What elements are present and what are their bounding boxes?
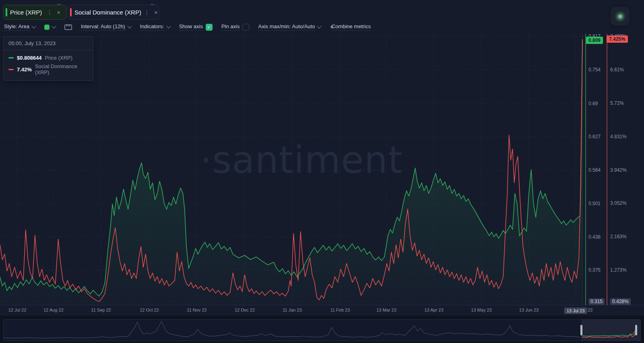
y-axis-tick: 3.942%: [610, 167, 627, 173]
ruler-icon: [64, 24, 72, 30]
indicators-dropdown[interactable]: Indicators:: [140, 23, 170, 31]
x-axis-tick: 13 Mar 23: [376, 308, 396, 312]
style-dropdown-label: Style: Area: [4, 23, 29, 31]
combine-metrics-button[interactable]: + Combine metrics: [330, 23, 371, 31]
scale-settings-button[interactable]: [64, 24, 72, 30]
combine-metrics-label: Combine metrics: [332, 23, 371, 31]
tooltip-value: $0.808644: [17, 55, 41, 61]
dominance-current-value-badge: 7.425%: [607, 35, 628, 43]
legend-dash-icon: [8, 57, 14, 58]
chart-tooltip: 05:00, July 13, 2023 $0.808644Price (XRP…: [3, 36, 93, 81]
tooltip-legend-row: 7.42%Social Dominance (XRP): [8, 62, 88, 77]
y-axis-tick: 0.564: [588, 167, 601, 173]
y-axis-tick: 1.273%: [610, 267, 627, 273]
tooltip-timestamp: 05:00, July 13, 2023: [4, 37, 93, 50]
x-axis-tick: 11 Jan 23: [283, 308, 302, 312]
indicators-dropdown-label: Indicators:: [140, 23, 164, 31]
pin-axis-label: Pin axis: [221, 23, 240, 31]
y-axis-tick: 0.428%: [610, 298, 631, 305]
y-axis-tick: 3.052%: [610, 200, 627, 206]
navigator-right-handle[interactable]: [635, 325, 637, 335]
y-axis-tick: 0.69: [588, 101, 598, 106]
tab-social-dominance-xrp[interactable]: Social Dominance (XRP) ⋮ ×: [68, 5, 159, 20]
x-axis-tick: 11 Nov 22: [187, 308, 206, 312]
navigator-history-line: [4, 321, 580, 338]
show-axis-label: Show axis: [179, 23, 203, 31]
y-axis-tick: 2.163%: [610, 234, 627, 239]
series-color-swatch: [44, 25, 50, 30]
tab-accent-bar: [70, 8, 72, 17]
x-axis-tick: 13 Apr 23: [424, 308, 443, 312]
metric-tabs-bar: × × Price (XRP) ⋮ × Social Dominance (XR…: [0, 0, 644, 22]
x-axis-tick: 11 Sep 22: [91, 308, 111, 312]
navigator-preview-chart: [4, 320, 640, 341]
price-current-value-badge: 0.809: [586, 37, 603, 44]
kebab-menu-icon[interactable]: ⋮: [44, 9, 55, 16]
tooltip-metric-label: Price (XRP): [45, 55, 72, 61]
color-swatch-dropdown[interactable]: [44, 25, 56, 30]
close-icon[interactable]: ×: [153, 9, 159, 16]
close-icon[interactable]: ×: [55, 9, 62, 16]
y-axis-tick: 0.315: [588, 298, 605, 305]
y-axis-tick: 0.375: [588, 267, 601, 273]
tooltip-value: 7.42%: [17, 67, 32, 73]
x-axis-tick-overflow: 23: [588, 308, 592, 312]
y-axis-tick: 0.438: [588, 234, 601, 240]
pin-axis-toggle[interactable]: Pin axis: [221, 23, 250, 31]
tab-label: Social Dominance (XRP): [74, 9, 141, 16]
chevron-down-icon: [317, 24, 322, 28]
y-axis-tick: 0.627: [588, 134, 601, 139]
x-axis-tick: 12 Dec 22: [235, 308, 255, 312]
x-axis-tick: 12 Oct 22: [140, 308, 159, 312]
chart-toolbar: Style: Area Interval: Auto (12h) Indicat…: [4, 22, 371, 32]
y-axis-tick: 0.501: [588, 201, 601, 206]
chevron-down-icon: [52, 24, 56, 28]
tab-accent-bar: [6, 8, 7, 17]
x-axis-tick: 13 Jun 23: [519, 308, 539, 312]
kebab-menu-icon[interactable]: ⋮: [141, 9, 153, 16]
x-axis-tick: 13 May 23: [471, 308, 491, 312]
santiment-chart-app: ·santiment × × Price (XRP) ⋮ × Social Do…: [0, 0, 644, 343]
x-axis-tick: 11 Feb 23: [330, 308, 350, 312]
navigator-selection: [582, 320, 640, 341]
x-axis-tick: 13 Jul 23: [564, 308, 587, 314]
interval-dropdown-label: Interval: Auto (12h): [81, 23, 125, 31]
tab-price-xrp[interactable]: Price (XRP) ⋮ ×: [3, 5, 66, 20]
y-axis-tick: 0.754: [588, 67, 601, 73]
timeline-navigator[interactable]: [3, 319, 641, 341]
x-axis-tick: 12 Aug 22: [43, 308, 64, 312]
chevron-down-icon: [31, 24, 36, 28]
assistant-button[interactable]: [611, 7, 630, 26]
show-axis-checkbox[interactable]: ✓: [206, 24, 213, 31]
legend-dash-icon: [8, 69, 14, 70]
show-axis-toggle[interactable]: Show axis ✓: [179, 23, 213, 31]
axis-minmax-dropdown[interactable]: Axis max/min: Auto/Auto: [258, 23, 321, 31]
x-axis-tick: 12 Jul 22: [8, 308, 27, 312]
tooltip-legend-row: $0.808644Price (XRP): [8, 54, 88, 62]
tooltip-metric-label: Social Dominance (XRP): [35, 63, 88, 75]
navigator-left-handle[interactable]: [580, 325, 582, 335]
y-axis-tick: 6.61%: [610, 67, 624, 73]
interval-dropdown[interactable]: Interval: Auto (12h): [81, 23, 131, 31]
pin-axis-checkbox[interactable]: [242, 24, 249, 31]
tab-label: Price (XRP): [10, 9, 42, 16]
y-axis-tick: 4.831%: [610, 134, 627, 139]
assistant-icon: [618, 15, 622, 19]
style-dropdown[interactable]: Style: Area: [4, 23, 35, 31]
axis-minmax-label: Axis max/min: Auto/Auto: [258, 23, 315, 31]
y-axis-tick: 5.72%: [610, 100, 624, 106]
chevron-down-icon: [166, 24, 171, 28]
chevron-down-icon: [127, 24, 132, 28]
